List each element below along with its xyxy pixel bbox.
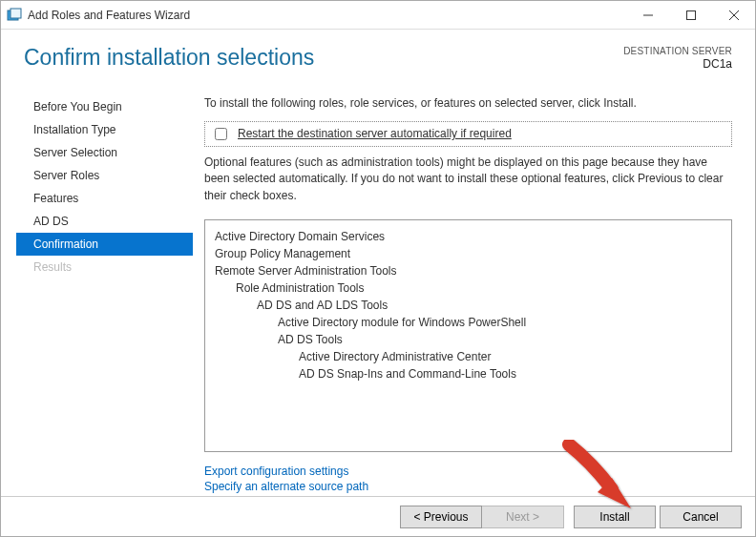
restart-option[interactable]: Restart the destination server automatic… xyxy=(204,121,732,147)
destination-label: DESTINATION SERVER xyxy=(608,45,732,57)
wizard-window: Add Roles and Features Wizard Confirm in… xyxy=(0,0,756,537)
minimize-button[interactable] xyxy=(626,1,669,29)
tree-item: Active Directory Administrative Center xyxy=(215,348,722,365)
window-controls xyxy=(626,1,755,29)
tree-item: AD DS Tools xyxy=(215,331,722,348)
links: Export configuration settings Specify an… xyxy=(204,464,732,494)
features-tree: Active Directory Domain ServicesGroup Po… xyxy=(204,219,732,452)
tree-item: AD DS Snap-Ins and Command-Line Tools xyxy=(215,365,722,382)
titlebar: Add Roles and Features Wizard xyxy=(1,1,755,30)
step-item: Results xyxy=(16,256,193,279)
destination-box: DESTINATION SERVER DC1a xyxy=(608,45,732,72)
step-item[interactable]: Server Roles xyxy=(16,164,193,187)
tree-item: Active Directory module for Windows Powe… xyxy=(215,314,722,331)
intro-text: To install the following roles, role ser… xyxy=(204,95,732,112)
step-item[interactable]: Before You Begin xyxy=(16,95,193,118)
step-item[interactable]: AD DS xyxy=(16,210,193,233)
page-title: Confirm installation selections xyxy=(24,45,314,71)
export-link[interactable]: Export configuration settings xyxy=(204,464,732,479)
maximize-button[interactable] xyxy=(669,1,712,29)
tree-item: Active Directory Domain Services xyxy=(215,228,722,245)
destination-value: DC1a xyxy=(608,57,732,72)
svg-rect-3 xyxy=(686,10,695,19)
step-item[interactable]: Features xyxy=(16,187,193,210)
optional-note: Optional features (such as administratio… xyxy=(204,155,732,204)
tree-item: Group Policy Management xyxy=(215,245,722,262)
steps-sidebar: Before You BeginInstallation TypeServer … xyxy=(16,92,193,496)
previous-button[interactable]: < Previous xyxy=(400,506,482,528)
footer: < Previous Next > Install Cancel xyxy=(1,496,755,536)
tree-item: Role Administration Tools xyxy=(215,279,722,297)
main-pane: To install the following roles, role ser… xyxy=(193,92,740,496)
nav-button-group: < Previous Next > xyxy=(400,506,564,528)
header-row: Confirm installation selections DESTINAT… xyxy=(24,45,732,72)
step-item[interactable]: Installation Type xyxy=(16,118,193,141)
tree-item: AD DS and AD LDS Tools xyxy=(215,297,722,314)
step-item[interactable]: Confirmation xyxy=(16,233,193,256)
app-icon xyxy=(7,8,22,23)
tree-item: Remote Server Administration Tools xyxy=(215,262,722,279)
svg-rect-1 xyxy=(10,9,21,18)
main-row: Before You BeginInstallation TypeServer … xyxy=(16,92,740,496)
alt-source-link[interactable]: Specify an alternate source path xyxy=(204,479,732,494)
step-item[interactable]: Server Selection xyxy=(16,141,193,164)
window-title: Add Roles and Features Wizard xyxy=(28,9,190,22)
restart-checkbox[interactable] xyxy=(215,128,227,140)
close-button[interactable] xyxy=(712,1,755,29)
content-area: Confirm installation selections DESTINAT… xyxy=(1,30,755,496)
install-button[interactable]: Install xyxy=(574,506,656,528)
next-button[interactable]: Next > xyxy=(482,506,564,528)
cancel-button[interactable]: Cancel xyxy=(660,506,742,528)
restart-label[interactable]: Restart the destination server automatic… xyxy=(238,127,512,140)
